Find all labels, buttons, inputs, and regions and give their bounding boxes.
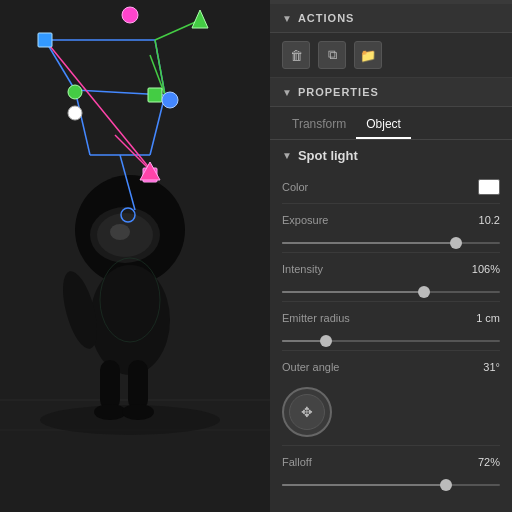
tab-object[interactable]: Object [356,111,411,139]
falloff-value: 72% [478,456,500,468]
svg-point-29 [122,7,138,23]
tab-transform[interactable]: Transform [282,111,356,139]
falloff-label: Falloff [282,456,382,468]
svg-point-34 [68,106,82,120]
svg-rect-31 [148,88,162,102]
intensity-row: Intensity 106% [270,253,512,285]
outer-angle-row: Outer angle 31° [270,351,512,383]
exposure-slider-row[interactable] [270,236,512,252]
properties-tabs: Transform Object [270,111,512,140]
actions-arrow-icon: ▼ [282,13,292,24]
actions-title: ACTIONS [298,12,355,24]
outer-angle-dial[interactable]: ✥ [282,387,332,437]
right-panel: ▼ ACTIONS 🗑 ⧉ 📁 ▼ PROPERTIES Transform O… [270,0,512,512]
properties-section-header[interactable]: ▼ PROPERTIES [270,78,512,107]
viewport[interactable] [0,0,270,512]
intensity-slider-track[interactable] [282,291,500,293]
svg-point-8 [90,265,170,375]
dial-inner: ✥ [289,394,325,430]
exposure-value: 10.2 [479,214,500,226]
intensity-slider-row[interactable] [270,285,512,301]
intensity-value: 106% [472,263,500,275]
properties-arrow-icon: ▼ [282,87,292,98]
falloff-slider-thumb[interactable] [440,479,452,491]
color-swatch[interactable] [478,179,500,195]
exposure-row: Exposure 10.2 [270,204,512,236]
falloff-slider-row[interactable] [270,478,512,494]
svg-point-11 [94,404,126,420]
falloff-slider-track[interactable] [282,484,500,486]
outer-angle-label: Outer angle [282,361,382,373]
spotlight-section-header[interactable]: ▼ Spot light [270,140,512,171]
svg-point-33 [68,85,82,99]
exposure-slider-fill [282,242,456,244]
intensity-slider-thumb[interactable] [418,286,430,298]
emitter-radius-slider-row[interactable] [270,334,512,350]
svg-point-35 [162,92,178,108]
falloff-slider-fill [282,484,446,486]
actions-bar: 🗑 ⧉ 📁 [270,33,512,78]
svg-rect-28 [38,33,52,47]
properties-title: PROPERTIES [298,86,379,98]
color-row: Color [270,171,512,203]
exposure-slider-track[interactable] [282,242,500,244]
svg-point-12 [122,404,154,420]
emitter-radius-slider-track[interactable] [282,340,500,342]
emitter-radius-value: 1 cm [476,312,500,324]
outer-angle-dial-container: ✥ [270,383,512,445]
intensity-slider-fill [282,291,424,293]
svg-point-7 [110,224,130,240]
delete-button[interactable]: 🗑 [282,41,310,69]
intensity-label: Intensity [282,263,382,275]
duplicate-button[interactable]: ⧉ [318,41,346,69]
exposure-label: Exposure [282,214,382,226]
dial-icon: ✥ [301,404,313,420]
color-label: Color [282,181,382,193]
spotlight-title: Spot light [298,148,358,163]
spotlight-arrow-icon: ▼ [282,150,292,161]
svg-rect-10 [128,360,148,410]
actions-section-header[interactable]: ▼ ACTIONS [270,4,512,33]
falloff-row: Falloff 72% [270,446,512,478]
svg-rect-9 [100,360,120,410]
folder-button[interactable]: 📁 [354,41,382,69]
emitter-radius-slider-thumb[interactable] [320,335,332,347]
emitter-radius-row: Emitter radius 1 cm [270,302,512,334]
outer-angle-value: 31° [483,361,500,373]
exposure-slider-thumb[interactable] [450,237,462,249]
emitter-radius-label: Emitter radius [282,312,382,324]
